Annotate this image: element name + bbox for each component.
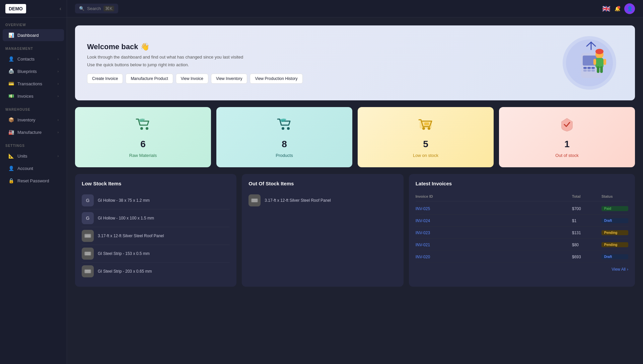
sidebar-item-contacts[interactable]: 👤Contacts› bbox=[3, 53, 64, 65]
svg-rect-5 bbox=[591, 67, 595, 69]
welcome-create-invoice-button[interactable]: Create Invoice bbox=[87, 74, 123, 84]
sidebar-nav: OVERVIEW📊DashboardMANAGEMENT👤Contacts›🖨️… bbox=[0, 18, 67, 187]
sidebar-item-manufacture[interactable]: 🏭Manufacture› bbox=[3, 126, 64, 138]
language-flag-icon[interactable]: 🇬🇧 bbox=[602, 5, 611, 13]
list-item[interactable]: GGI Hollow - 38 x 75 x 1.2 mm bbox=[82, 192, 230, 209]
welcome-view-production-history-button[interactable]: View Production History bbox=[250, 74, 302, 84]
list-item[interactable]: GI Steel Strip - 153 x 0.5 mm bbox=[82, 245, 230, 263]
item-avatar: G bbox=[82, 212, 94, 224]
item-name: GI Hollow - 38 x 75 x 1.2 mm bbox=[98, 198, 150, 203]
chevron-icon-inventory: › bbox=[58, 118, 59, 122]
svg-rect-12 bbox=[603, 59, 606, 65]
svg-rect-32 bbox=[85, 270, 90, 271]
invoice-total-cell: $131 bbox=[572, 231, 599, 235]
welcome-view-invoice-button[interactable]: View Invoice bbox=[176, 74, 208, 84]
table-row[interactable]: INV-025$700Paid bbox=[416, 203, 628, 215]
sidebar-item-blueprints[interactable]: 🖨️Blueprints› bbox=[3, 65, 64, 77]
list-item[interactable]: GGI Hollow - 100 x 100 x 1.5 mm bbox=[82, 209, 230, 227]
invoice-table: Invoice ID Total Status INV-025$700PaidI… bbox=[416, 192, 628, 263]
svg-point-15 bbox=[595, 49, 603, 54]
notification-dot bbox=[618, 6, 620, 9]
stat-number-products: 8 bbox=[282, 139, 287, 150]
list-item[interactable]: 3.17-ft x 12-ft Silver Steel Roof Panel bbox=[248, 192, 397, 209]
sidebar-item-left-manufacture: 🏭Manufacture bbox=[8, 129, 42, 135]
illustration-circle bbox=[563, 36, 616, 90]
topbar: 🔍 Search ⌘K 🇬🇧 🔔 👤 bbox=[67, 0, 643, 17]
svg-rect-7 bbox=[587, 70, 591, 72]
svg-rect-11 bbox=[593, 59, 596, 65]
sidebar-label-inventory: Inventory bbox=[17, 117, 35, 122]
table-row[interactable]: INV-020$693Draft bbox=[416, 251, 628, 263]
search-icon: 🔍 bbox=[79, 6, 84, 11]
low-stock-title: Low Stock Items bbox=[82, 181, 230, 186]
main-content-area: 🔍 Search ⌘K 🇬🇧 🔔 👤 Welcome back 👋 Look t… bbox=[67, 0, 643, 364]
out-of-stock-panel: Out Of Stock Items 3.17-ft x 12-ft Silve… bbox=[242, 174, 403, 287]
sidebar-item-transactions[interactable]: 💳Transactions› bbox=[3, 78, 64, 90]
invoice-id-cell[interactable]: INV-024 bbox=[416, 218, 569, 223]
stat-card-out-of-stock[interactable]: 1Out of stock bbox=[499, 107, 635, 167]
stat-card-products[interactable]: 8Products bbox=[216, 107, 352, 167]
sidebar-icon-units: 📐 bbox=[8, 153, 14, 159]
sidebar-section-label-warehouse: WAREHOUSE bbox=[0, 102, 67, 113]
bottom-panels-row: Low Stock Items GGI Hollow - 38 x 75 x 1… bbox=[75, 174, 635, 287]
table-row[interactable]: INV-023$131Pending bbox=[416, 227, 628, 239]
search-box[interactable]: 🔍 Search ⌘K bbox=[75, 4, 118, 13]
chevron-icon-blueprints: › bbox=[58, 70, 59, 73]
stat-card-raw-materials[interactable]: 6Raw Materials bbox=[75, 107, 211, 167]
svg-rect-30 bbox=[85, 254, 90, 255]
sidebar-item-invoices[interactable]: 💵Invoices› bbox=[3, 90, 64, 102]
item-image bbox=[82, 265, 94, 277]
search-placeholder: Search bbox=[87, 6, 101, 11]
status-badge: Pending bbox=[601, 230, 628, 235]
sidebar-item-left-invoices: 💵Invoices bbox=[8, 93, 33, 99]
sidebar-item-left-blueprints: 🖨️Blueprints bbox=[8, 68, 37, 74]
svg-point-23 bbox=[428, 127, 430, 130]
status-badge: Draft bbox=[601, 218, 628, 223]
sidebar-item-account[interactable]: 👤Account bbox=[3, 162, 64, 174]
invoice-id-cell[interactable]: INV-025 bbox=[416, 206, 569, 211]
item-name: GI Hollow - 100 x 100 x 1.5 mm bbox=[98, 216, 154, 220]
user-avatar[interactable]: 👤 bbox=[624, 3, 635, 14]
list-item[interactable]: GI Steel Strip - 203 x 0.65 mm bbox=[82, 263, 230, 280]
invoice-total-cell: $693 bbox=[572, 255, 599, 259]
sidebar-icon-account: 👤 bbox=[8, 165, 14, 171]
item-name: 3.17-ft x 12-ft Silver Steel Roof Panel bbox=[98, 234, 164, 238]
sidebar-icon-dashboard: 📊 bbox=[8, 32, 14, 38]
latest-invoices-panel: Latest Invoices Invoice ID Total Status … bbox=[409, 174, 635, 287]
welcome-view-inventory-button[interactable]: View Inventory bbox=[211, 74, 247, 84]
svg-rect-34 bbox=[251, 198, 258, 202]
stat-card-low-on-stock[interactable]: 5Low on stock bbox=[358, 107, 494, 167]
view-all-invoices-button[interactable]: View All › bbox=[612, 267, 628, 272]
svg-rect-31 bbox=[84, 269, 91, 273]
svg-rect-28 bbox=[84, 252, 91, 256]
sidebar-item-inventory[interactable]: 📦Inventory› bbox=[3, 114, 64, 126]
welcome-manufacture-product-button[interactable]: Manufacture Product bbox=[126, 74, 173, 84]
svg-point-18 bbox=[146, 127, 148, 130]
svg-rect-6 bbox=[583, 70, 587, 72]
svg-rect-8 bbox=[591, 70, 595, 72]
sidebar-section-label-management: MANAGEMENT bbox=[0, 41, 67, 53]
sidebar-icon-contacts: 👤 bbox=[8, 56, 14, 62]
item-image bbox=[82, 248, 94, 260]
invoice-id-cell[interactable]: INV-020 bbox=[416, 255, 569, 259]
sidebar-item-dashboard[interactable]: 📊Dashboard bbox=[3, 29, 64, 41]
sidebar-label-manufacture: Manufacture bbox=[17, 130, 42, 135]
sidebar-collapse-button[interactable]: ‹ bbox=[60, 6, 61, 12]
table-row[interactable]: INV-024$1Draft bbox=[416, 215, 628, 227]
stat-label-products: Products bbox=[276, 153, 293, 158]
sidebar-item-reset-password[interactable]: 🔒Reset Password bbox=[3, 175, 64, 187]
sidebar-item-units[interactable]: 📐Units› bbox=[3, 150, 64, 162]
sidebar-label-blueprints: Blueprints bbox=[17, 69, 37, 74]
item-name: 3.17-ft x 12-ft Silver Steel Roof Panel bbox=[265, 198, 331, 203]
table-row[interactable]: INV-021$80Pending bbox=[416, 239, 628, 251]
invoice-id-cell[interactable]: INV-023 bbox=[416, 231, 569, 235]
welcome-title: Welcome back 👋 bbox=[87, 42, 303, 51]
chevron-icon-contacts: › bbox=[58, 57, 59, 61]
list-item[interactable]: 3.17-ft x 12-ft Silver Steel Roof Panel bbox=[82, 227, 230, 245]
stat-icon-products bbox=[276, 116, 292, 135]
svg-rect-3 bbox=[583, 67, 587, 69]
invoice-id-cell[interactable]: INV-021 bbox=[416, 243, 569, 247]
svg-point-19 bbox=[282, 127, 284, 130]
notifications-button[interactable]: 🔔 bbox=[615, 6, 620, 11]
status-badge: Paid bbox=[601, 206, 628, 211]
